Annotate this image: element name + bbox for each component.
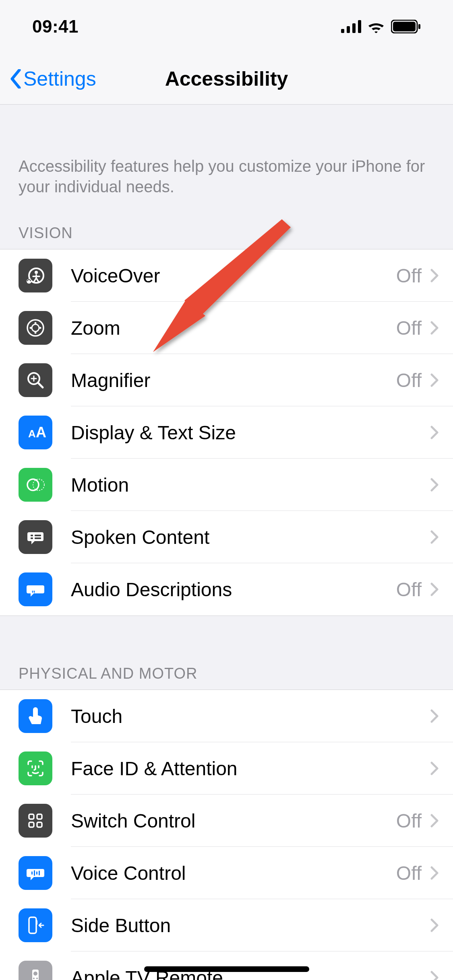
row-touch[interactable]: Touch	[0, 690, 453, 742]
svg-point-43	[33, 978, 35, 979]
switch-control-icon	[19, 804, 52, 838]
row-voice-control[interactable]: Voice Control Off	[0, 847, 453, 899]
chevron-right-icon	[430, 426, 439, 439]
row-label: Zoom	[71, 317, 396, 339]
svg-rect-33	[29, 822, 34, 827]
physical-list: Touch Face ID & Attention Switch Control…	[0, 690, 453, 980]
row-faceid[interactable]: Face ID & Attention	[0, 742, 453, 795]
spoken-content-icon	[19, 520, 52, 554]
svg-rect-39	[29, 917, 36, 933]
svg-rect-2	[352, 23, 356, 33]
row-label: VoiceOver	[71, 265, 396, 287]
svg-text:A: A	[28, 428, 36, 440]
svg-rect-27	[35, 537, 41, 539]
svg-point-14	[30, 327, 32, 329]
zoom-icon	[19, 311, 52, 345]
svg-rect-38	[39, 871, 40, 875]
accessibility-description: Accessibility features help you customiz…	[0, 105, 453, 217]
row-label: Face ID & Attention	[71, 758, 422, 780]
row-side-button[interactable]: Side Button	[0, 899, 453, 951]
svg-rect-37	[36, 871, 37, 875]
row-voiceover[interactable]: VoiceOver Off	[0, 249, 453, 302]
row-value: Off	[396, 579, 422, 601]
chevron-right-icon	[430, 918, 439, 932]
svg-point-11	[32, 324, 39, 331]
row-value: Off	[396, 862, 422, 884]
row-switch-control[interactable]: Switch Control Off	[0, 795, 453, 847]
voiceover-icon	[19, 259, 52, 292]
svg-point-13	[35, 332, 37, 334]
row-spoken-content[interactable]: Spoken Content	[0, 511, 453, 563]
chevron-right-icon	[430, 866, 439, 880]
row-zoom[interactable]: Zoom Off	[0, 302, 453, 354]
row-label: Voice Control	[71, 862, 396, 884]
back-label: Settings	[23, 67, 96, 91]
section-header-physical: PHYSICAL AND MOTOR	[0, 658, 453, 690]
chevron-right-icon	[430, 321, 439, 335]
svg-point-8	[35, 271, 38, 274]
row-display-text-size[interactable]: AA Display & Text Size	[0, 406, 453, 459]
svg-rect-32	[37, 814, 42, 819]
back-button[interactable]: Settings	[0, 67, 96, 91]
svg-text:A: A	[36, 424, 46, 441]
svg-rect-36	[34, 870, 35, 876]
wifi-icon	[367, 20, 385, 33]
svg-point-42	[33, 972, 37, 976]
svg-rect-0	[341, 29, 344, 33]
row-apple-tv-remote[interactable]: Apple TV Remote	[0, 951, 453, 980]
text-size-icon: AA	[19, 416, 52, 449]
chevron-right-icon	[430, 762, 439, 775]
svg-rect-5	[393, 22, 416, 31]
row-value: Off	[396, 265, 422, 287]
svg-rect-31	[29, 814, 34, 819]
chevron-right-icon	[430, 269, 439, 282]
row-audio-descriptions[interactable]: „ Audio Descriptions Off	[0, 563, 453, 616]
home-indicator	[144, 966, 309, 972]
svg-rect-35	[31, 871, 33, 875]
svg-point-44	[36, 978, 38, 979]
faceid-icon	[19, 751, 52, 785]
svg-rect-25	[31, 537, 33, 539]
cellular-signal-icon	[341, 20, 361, 33]
chevron-right-icon	[430, 709, 439, 723]
chevron-right-icon	[430, 478, 439, 492]
chevron-right-icon	[430, 583, 439, 596]
magnifier-icon	[19, 363, 52, 397]
vision-list: VoiceOver Off Zoom Off Magnifier Off AA …	[0, 249, 453, 616]
voice-control-icon	[19, 856, 52, 890]
row-label: Touch	[71, 705, 422, 727]
row-label: Side Button	[71, 914, 422, 937]
side-button-icon	[19, 908, 52, 942]
audio-descriptions-icon: „	[19, 572, 52, 606]
chevron-right-icon	[430, 814, 439, 828]
row-label: Magnifier	[71, 369, 396, 391]
chevron-right-icon	[430, 971, 439, 980]
apple-tv-remote-icon	[19, 961, 52, 980]
svg-point-15	[39, 327, 41, 329]
row-label: Switch Control	[71, 810, 396, 832]
svg-rect-26	[35, 535, 41, 536]
row-magnifier[interactable]: Magnifier Off	[0, 354, 453, 406]
motion-icon	[19, 468, 52, 502]
svg-rect-40	[36, 920, 37, 924]
chevron-right-icon	[430, 373, 439, 387]
section-header-vision: VISION	[0, 217, 453, 249]
svg-rect-1	[347, 26, 350, 33]
row-label: Audio Descriptions	[71, 579, 396, 601]
row-value: Off	[396, 369, 422, 391]
row-value: Off	[396, 810, 422, 832]
nav-bar: Settings Accessibility	[0, 53, 453, 105]
svg-rect-24	[31, 535, 33, 536]
battery-icon	[391, 20, 421, 33]
row-value: Off	[396, 317, 422, 339]
svg-line-17	[38, 383, 43, 387]
status-time: 09:41	[32, 16, 79, 37]
svg-text:„: „	[31, 585, 35, 593]
row-label: Display & Text Size	[71, 422, 422, 444]
touch-icon	[19, 699, 52, 733]
status-bar: 09:41	[0, 0, 453, 53]
svg-rect-6	[418, 24, 420, 29]
svg-rect-34	[37, 822, 42, 827]
chevron-left-icon	[10, 69, 21, 89]
row-motion[interactable]: Motion	[0, 459, 453, 511]
